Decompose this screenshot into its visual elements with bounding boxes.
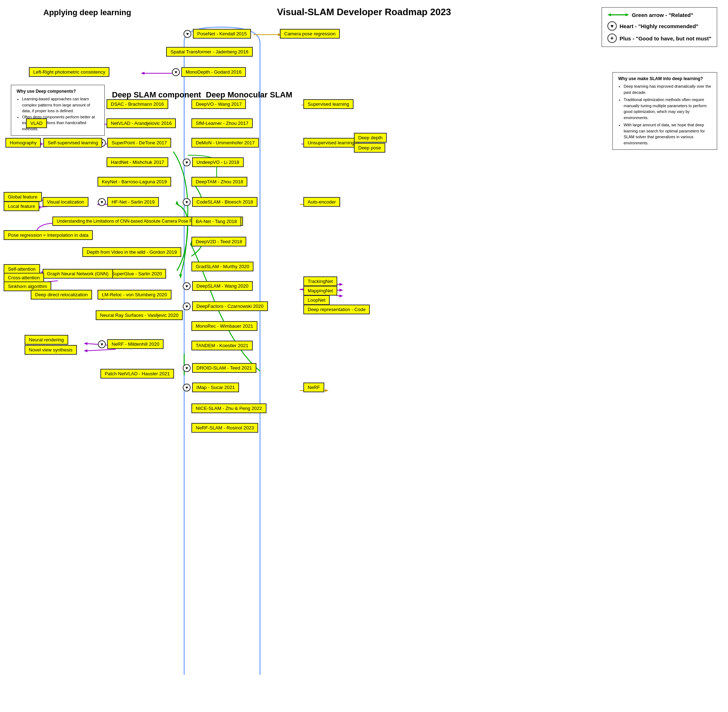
unsupervised-label: Unsupervised learning	[303, 138, 359, 148]
deep-pose-label: Deep pose	[354, 143, 385, 153]
camera-pose-label: Camera pose regression	[280, 29, 340, 39]
info-right-bullet-3: With large amount of data, we hope that …	[624, 122, 712, 146]
trackingnet-label: TrackingNet	[303, 276, 337, 286]
nerf-right-node: NeRF	[303, 383, 324, 392]
undeepvo-node: ♥ UndeepVO - Li 2018	[183, 157, 244, 167]
droidslam-label: DROID-SLAM - Teed 2021	[192, 363, 256, 373]
tandem-node: TANDEM - Koestler 2021	[192, 341, 253, 350]
monorec-node: MonoRec - Wimbauer 2021	[192, 321, 257, 331]
legend-plus: Plus - "Good to have, but not must"	[620, 36, 712, 42]
deeptam-node: DeepTAM - Zhou 2018	[192, 177, 247, 187]
neuralray-node: Neural Ray Surfaces - Vasiljevic 2020	[96, 310, 183, 320]
neuralray-label: Neural Ray Surfaces - Vasiljevic 2020	[96, 310, 183, 320]
auto-encoder-label: Auto-encoder	[303, 197, 340, 207]
monodepth-label: MonoDepth - Godard 2016	[181, 67, 246, 77]
niceslam-label: NICE-SLAM - Zhu & Peng 2022	[192, 403, 266, 413]
legend-box: Green arrow - "Related" ♥ Heart - "Highl…	[602, 7, 717, 47]
global-feature-label: Global feature	[4, 192, 42, 202]
info-left-bullet-1: Learning-based approaches can learn comp…	[22, 96, 99, 114]
svg-marker-50	[179, 274, 182, 279]
homography-node: Homography	[5, 138, 41, 148]
camera-pose-node: Camera pose regression	[280, 29, 340, 39]
deep-direct-reloc-label: Deep direct relocalization	[31, 290, 92, 300]
gordon-label: Depth from Video in the wild - Gordon 20…	[82, 247, 181, 257]
global-feature-node: Global feature	[4, 192, 42, 202]
spatial-node: Spatial Transformer - Jaderberg 2016	[166, 47, 253, 57]
homography-label: Homography	[5, 138, 41, 148]
pose-regression-node: Pose regression = Interpolation in data	[4, 230, 93, 240]
imap-label: iMap - Sucar 2021	[192, 383, 239, 392]
superpoint-label: SuperPoint - DeTone 2017	[107, 138, 171, 148]
sfmlearner-label: SfM-Learner - Zhou 2017	[192, 119, 253, 128]
svg-marker-51	[175, 201, 178, 204]
nerf-right-label: NeRF	[303, 383, 324, 392]
netvlad-node: NetVLAD - Arandjelovic 2016	[107, 119, 176, 128]
imap-node: ♥ iMap - Sucar 2021	[183, 383, 239, 392]
legend-green-arrow: Green arrow - "Related"	[632, 12, 693, 18]
visual-loc-node: Visual localization	[43, 197, 88, 207]
codeslam-heart: ♥	[183, 198, 191, 206]
tandem-label: TANDEM - Koestler 2021	[192, 341, 253, 350]
deep-rep-code-label: Deep representation - Code	[303, 304, 370, 314]
svg-marker-49	[325, 389, 328, 392]
supervised-label: Supervised learning	[303, 99, 354, 109]
gnn-label: Graph Neural Network (GNN)	[43, 269, 113, 279]
deepfactors-node: ♥ DeepFactors - Czarnowski 2020	[183, 301, 268, 311]
deepslam-node: ♥ DeepSLAM - Wang 2020	[183, 281, 253, 291]
nerfslam-node: NeRF-SLAM - Rosinol 2023	[192, 423, 258, 433]
svg-marker-5	[141, 72, 144, 75]
svg-marker-39	[84, 349, 88, 352]
deeptam-label: DeepTAM - Zhou 2018	[192, 177, 247, 187]
deepvo-label: DeepVO - Wang 2017	[192, 99, 246, 109]
mappingnet-node: MappingNet	[303, 286, 337, 295]
gradslam-label: GradSLAM - Murthy 2020	[192, 262, 254, 271]
lmreloc-label: LM-Reloc - von Stumberg 2020	[98, 290, 172, 300]
monorec-label: MonoRec - Wimbauer 2021	[192, 321, 257, 331]
superglue-label: SuperGlue - Sarlin 2020	[107, 269, 166, 279]
demon-node: DeMoN - Ummenhofer 2017	[192, 138, 259, 148]
sfmlearner-node: SfM-Learner - Zhou 2017	[192, 119, 253, 128]
svg-marker-45	[339, 294, 343, 297]
neural-rendering-label: Neural rendering	[25, 335, 68, 345]
info-box-left: Why use Deep components? Learning-based …	[11, 85, 105, 136]
main-title: Visual-SLAM Developer Roadmap 2023	[277, 6, 451, 18]
vlad-node: VLAD	[26, 119, 47, 128]
info-box-right: Why use make SLAM into deep learning? De…	[612, 72, 717, 150]
heart-legend-icon: ♥	[608, 21, 617, 31]
hfnet-label: HF-Net - Sarlin 2019	[107, 197, 159, 207]
subtitle-left: Applying deep learning	[43, 8, 131, 17]
nerf-label: NeRF - Mildenhill 2020	[107, 339, 163, 349]
hfnet-node: ♥ HF-Net - Sarlin 2019	[98, 197, 159, 207]
svg-marker-41	[339, 283, 343, 286]
gordon-node: Depth from Video in the wild - Gordon 20…	[82, 247, 181, 257]
dsac-label: DSAC - Brachmann 2016	[107, 99, 168, 109]
deepv2d-label: DeepV2D - Teed 2018	[192, 237, 246, 246]
self-attention-label: Self-attention	[4, 264, 40, 274]
cross-attention-node: Cross-attention	[4, 273, 44, 283]
deep-depth-node: Deep depth	[354, 133, 387, 142]
loopnet-label: LoopNet	[303, 295, 330, 305]
nerf-heart: ♥	[98, 340, 106, 348]
deepfactors-label: DeepFactors - Czarnowski 2020	[192, 301, 268, 311]
droidslam-heart: ♥	[183, 364, 191, 372]
hardnet-label: HardNet - Mishchuk 2017	[107, 157, 168, 167]
local-feature-node: Local feature	[4, 201, 39, 211]
deepfactors-heart: ♥	[183, 303, 191, 310]
supervised-node: Supervised learning	[303, 99, 354, 109]
legend-heart: Heart - "Highly recommended"	[620, 23, 698, 29]
gnn-node: Graph Neural Network (GNN)	[43, 269, 113, 279]
banet-node: BA-Net - Tang 2018	[192, 217, 241, 226]
deepv2d-node: DeepV2D - Teed 2018	[192, 237, 246, 246]
undeepvo-label: UndeepVO - Li 2018	[192, 157, 244, 167]
section-deep-mono: Deep Monocular SLAM	[206, 90, 293, 99]
green-arrow-icon	[608, 11, 629, 18]
droidslam-node: ♥ DROID-SLAM - Teed 2021	[183, 363, 256, 373]
posenet-node: ♥ PoseNet - Kendall 2015	[183, 29, 251, 39]
nerf-node: ♥ NeRF - Mildenhill 2020	[98, 339, 163, 349]
spatial-label: Spatial Transformer - Jaderberg 2016	[166, 47, 253, 57]
novel-view-label: Novel view synthesis	[25, 345, 77, 355]
lmreloc-node: LM-Reloc - von Stumberg 2020	[98, 290, 172, 300]
main-container: Visual-SLAM Developer Roadmap 2023 Apply…	[0, 0, 728, 712]
posenet-heart: ♥	[183, 30, 192, 38]
keynet-node: KeyNet - Barroso-Laguna 2019	[98, 177, 171, 187]
